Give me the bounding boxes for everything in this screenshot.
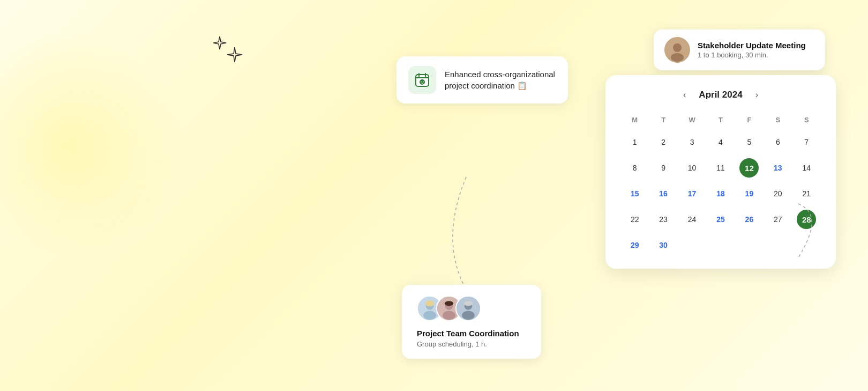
calendar-day-cell[interactable]: 5 bbox=[735, 129, 764, 155]
background-blob bbox=[0, 32, 182, 257]
calendar-day-header: T bbox=[649, 113, 677, 129]
calendar-grid: MTWTFSS 12345678910111213141516171819202… bbox=[620, 113, 821, 258]
svg-point-16 bbox=[443, 311, 455, 320]
svg-point-8 bbox=[673, 43, 682, 52]
calendar-day-cell[interactable]: 21 bbox=[792, 181, 821, 206]
calendar-day-cell[interactable]: 16 bbox=[649, 181, 677, 206]
stakeholder-card: Stakeholder Update Meeting 1 to 1 bookin… bbox=[654, 29, 825, 70]
stakeholder-avatar bbox=[664, 37, 690, 63]
calendar-header: ‹ April 2024 › bbox=[620, 88, 821, 102]
svg-point-21 bbox=[464, 301, 473, 306]
calendar-day-headers: MTWTFSS bbox=[620, 113, 821, 129]
team-avatar-3 bbox=[455, 296, 481, 321]
calendar-card: ‹ April 2024 › MTWTFSS 12345678910111213… bbox=[605, 75, 836, 269]
calendar-day-cell[interactable]: 9 bbox=[649, 155, 677, 181]
calendar-day-cell[interactable]: 19 bbox=[735, 181, 764, 206]
team-avatars-row bbox=[417, 296, 526, 321]
calendar-day-cell[interactable] bbox=[792, 232, 821, 258]
stakeholder-subtitle: 1 to 1 booking, 30 min. bbox=[698, 51, 806, 59]
calendar-day-cell[interactable]: 26 bbox=[735, 206, 764, 232]
calendar-day-cell[interactable] bbox=[735, 232, 764, 258]
calendar-day-cell[interactable]: 1 bbox=[620, 129, 649, 155]
project-team-title: Project Team Coordination bbox=[417, 329, 526, 338]
calendar-day-cell[interactable]: 23 bbox=[649, 206, 677, 232]
project-team-subtitle: Group scheduling, 1 h. bbox=[417, 340, 526, 348]
svg-point-20 bbox=[462, 311, 475, 320]
calendar-day-cell[interactable]: 25 bbox=[706, 206, 735, 232]
calendar-day-cell[interactable] bbox=[706, 232, 735, 258]
svg-point-17 bbox=[445, 301, 454, 306]
calendar-day-header: S bbox=[792, 113, 821, 129]
calendar-day-cell[interactable]: 2 bbox=[649, 129, 677, 155]
feature-org-text: Enhanced cross-organizational project co… bbox=[445, 69, 556, 91]
calendar-week-row: 15161718192021 bbox=[620, 181, 821, 206]
calendar-day-cell[interactable]: 7 bbox=[792, 129, 821, 155]
calendar-day-cell[interactable]: 14 bbox=[792, 155, 821, 181]
calendar-day-cell[interactable]: 20 bbox=[764, 181, 792, 206]
feature-org-card: Enhanced cross-organizational project co… bbox=[396, 56, 568, 104]
calendar-day-cell[interactable] bbox=[764, 232, 792, 258]
svg-point-12 bbox=[423, 311, 436, 320]
calendar-week-row: 891011121314 bbox=[620, 155, 821, 181]
svg-point-9 bbox=[671, 53, 684, 62]
calendar-day-header: S bbox=[764, 113, 792, 129]
calendar-week-row: 1234567 bbox=[620, 129, 821, 155]
calendar-week-row: 2930 bbox=[620, 232, 821, 258]
svg-point-4 bbox=[420, 79, 425, 85]
calendar-day-header: W bbox=[678, 113, 706, 129]
calendar-day-cell[interactable]: 29 bbox=[620, 232, 649, 258]
calendar-day-cell[interactable]: 3 bbox=[678, 129, 706, 155]
calendar-week-row: 22232425262728 bbox=[620, 206, 821, 232]
calendar-day-header: F bbox=[735, 113, 764, 129]
calendar-day-cell[interactable]: 12 bbox=[735, 155, 764, 181]
calendar-day-cell[interactable]: 4 bbox=[706, 129, 735, 155]
stakeholder-title: Stakeholder Update Meeting bbox=[698, 41, 806, 50]
svg-point-5 bbox=[421, 81, 422, 82]
calendar-day-cell[interactable]: 13 bbox=[764, 155, 792, 181]
calendar-day-cell[interactable]: 6 bbox=[764, 129, 792, 155]
calendar-prev-button[interactable]: ‹ bbox=[679, 88, 690, 102]
calendar-day-cell[interactable]: 18 bbox=[706, 181, 735, 206]
calendar-body: 1234567891011121314151617181920212223242… bbox=[620, 129, 821, 258]
feature-org-icon bbox=[408, 66, 436, 94]
calendar-day-cell[interactable]: 28 bbox=[792, 206, 821, 232]
calendar-day-cell[interactable]: 11 bbox=[706, 155, 735, 181]
calendar-day-cell[interactable]: 22 bbox=[620, 206, 649, 232]
project-team-card: Project Team Coordination Group scheduli… bbox=[402, 285, 541, 359]
svg-point-13 bbox=[425, 300, 435, 306]
calendar-month-year: April 2024 bbox=[699, 90, 742, 100]
calendar-day-cell[interactable] bbox=[678, 232, 706, 258]
sparkle-decoration bbox=[204, 32, 246, 72]
calendar-day-cell[interactable]: 8 bbox=[620, 155, 649, 181]
calendar-day-header: T bbox=[706, 113, 735, 129]
calendar-day-cell[interactable]: 27 bbox=[764, 206, 792, 232]
calendar-day-cell[interactable]: 15 bbox=[620, 181, 649, 206]
calendar-day-header: M bbox=[620, 113, 649, 129]
calendar-day-cell[interactable]: 17 bbox=[678, 181, 706, 206]
calendar-day-cell[interactable]: 10 bbox=[678, 155, 706, 181]
svg-point-6 bbox=[423, 81, 424, 82]
calendar-next-button[interactable]: › bbox=[751, 88, 762, 102]
stakeholder-info: Stakeholder Update Meeting 1 to 1 bookin… bbox=[698, 41, 806, 59]
calendar-day-cell[interactable]: 24 bbox=[678, 206, 706, 232]
calendar-day-cell[interactable]: 30 bbox=[649, 232, 677, 258]
